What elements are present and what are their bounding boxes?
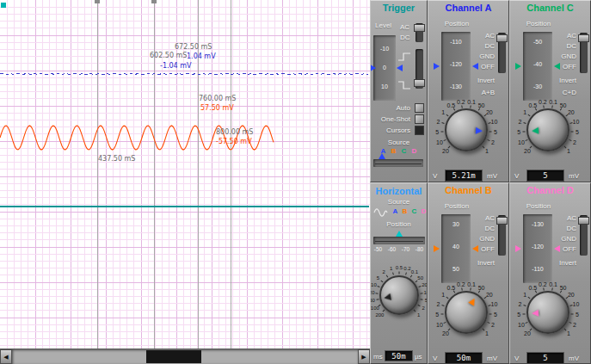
- knob-face[interactable]: [445, 291, 488, 334]
- svg-text:1.04 mV: 1.04 mV: [187, 52, 216, 60]
- position-thumb-left-arrow[interactable]: [515, 63, 521, 70]
- invert-label: Invert: [551, 259, 576, 267]
- unit-right-label: mV: [487, 355, 497, 362]
- volts-per-div-knob[interactable]: 20105210.50.20.1502010521: [510, 278, 591, 349]
- switch-thumb[interactable]: [578, 217, 589, 225]
- unit-left-label: ms: [373, 353, 383, 361]
- knob-tick: [443, 139, 446, 140]
- knob-tick: [482, 145, 484, 148]
- knob-tick: [405, 273, 407, 275]
- unit-left-label: V: [433, 172, 437, 180]
- knob-scale-label: 0.5: [529, 102, 538, 108]
- knob-tick: [461, 105, 463, 108]
- scale-readout: 5: [526, 352, 564, 364]
- knob-pointer: [476, 127, 483, 135]
- panel-title: Channel C: [510, 3, 590, 13]
- knob-tick: [570, 131, 573, 132]
- position-thumb-left-arrow[interactable]: [434, 63, 440, 70]
- coupling-gnd-label: GND: [470, 235, 495, 243]
- coupling-dc-label: DC: [400, 34, 410, 41]
- scrollbar-thumb[interactable]: [146, 350, 201, 363]
- position-thumb-left-arrow[interactable]: [434, 245, 440, 252]
- source-channel-c: C: [410, 207, 418, 215]
- source-channel-d: D: [410, 147, 418, 155]
- scope-plot[interactable]: 672.50 mS602.50 mS1.04 mV-1.04 mV760.00 …: [0, 0, 370, 349]
- coupling-off-label: OFF: [470, 63, 495, 71]
- coupling-dc-label: DC: [470, 42, 495, 50]
- scroll-right-button[interactable]: ▶: [358, 349, 370, 364]
- knob-pointer: [532, 310, 539, 318]
- knob-pointer: [384, 293, 391, 301]
- source-channel-b: B: [401, 207, 409, 215]
- trigger-edge-switch[interactable]: [416, 49, 423, 89]
- coupling-switch[interactable]: [580, 215, 588, 256]
- unit-left-label: V: [514, 172, 519, 180]
- knob-tick: [470, 287, 471, 290]
- trigger-level-slider[interactable]: -10 0 10: [373, 35, 396, 101]
- cursors-label: Cursors: [374, 126, 410, 134]
- position-thumb-left-arrow[interactable]: [515, 245, 521, 252]
- switch-thumb[interactable]: [414, 24, 425, 32]
- time-per-div-knob[interactable]: 2001005020105210.50.20.1502010521: [371, 256, 428, 347]
- source-channel-c: C: [400, 147, 408, 155]
- position-slider[interactable]: -50 -40 -30: [523, 32, 552, 101]
- auto-button[interactable]: [415, 103, 424, 113]
- switch-thumb[interactable]: [414, 79, 425, 87]
- switch-thumb[interactable]: [496, 34, 508, 42]
- coupling-off-label: OFF: [551, 63, 576, 71]
- knob-scale-label: 5: [494, 129, 497, 135]
- knob-tick: [570, 313, 573, 314]
- knob-scale-label: 20: [568, 292, 575, 298]
- panel-title: Horizontal: [371, 186, 427, 196]
- knob-pointer: [532, 127, 539, 135]
- source-thumb-arrow[interactable]: [379, 153, 385, 159]
- level-thumb-left-arrow[interactable]: [370, 65, 376, 71]
- position-label: Position: [428, 202, 485, 210]
- knob-tick: [452, 290, 454, 293]
- switch-thumb[interactable]: [496, 217, 508, 225]
- svg-text:-1.04 mV: -1.04 mV: [160, 62, 192, 70]
- svg-text:672.50 mS: 672.50 mS: [175, 43, 212, 51]
- knob-scale-label: 1: [441, 292, 445, 298]
- knob-tick: [489, 313, 491, 314]
- coupling-switch[interactable]: [580, 33, 588, 73]
- knob-tick: [420, 293, 422, 293]
- knob-scale-label: 20: [442, 330, 449, 336]
- panel-title: Channel A: [428, 3, 508, 13]
- coupling-switch[interactable]: [498, 33, 506, 73]
- coupling-switch[interactable]: [498, 215, 506, 256]
- trigger-coupling-switch[interactable]: [416, 23, 423, 42]
- knob-tick: [385, 275, 387, 278]
- coupling-dc-label: DC: [551, 225, 576, 232]
- coupling-off-label: OFF: [551, 245, 576, 253]
- trigger-source-slider[interactable]: [373, 159, 423, 167]
- knob-scale-label: 20: [568, 109, 575, 115]
- position-thumb-arrow[interactable]: [396, 231, 403, 237]
- level-thumb-right-arrow[interactable]: [397, 65, 403, 71]
- horizontal-position-slider[interactable]: [373, 237, 425, 244]
- volts-per-div-knob[interactable]: 20105210.50.20.1502010521: [428, 278, 509, 349]
- volts-per-div-knob[interactable]: 20105210.50.20.1502010521: [510, 96, 591, 166]
- knob-scale-label: 0.5: [447, 284, 456, 290]
- knob-scale-label: 2: [422, 305, 425, 311]
- scrollbar-track[interactable]: [12, 349, 358, 364]
- volts-per-div-knob[interactable]: 20105210.50.20.1502010521: [428, 96, 509, 166]
- panel-title: Channel D: [510, 185, 590, 195]
- auto-label: Auto: [374, 104, 410, 112]
- knob-tick: [410, 275, 412, 278]
- one-shot-button[interactable]: [415, 114, 424, 124]
- cursors-button[interactable]: [415, 126, 424, 135]
- position-slider[interactable]: -110 -120 -130: [441, 32, 471, 101]
- knob-scale-label: 20: [442, 148, 449, 154]
- knob-scale-label: 0.1: [467, 281, 476, 287]
- knob-scale-label: 2: [573, 139, 576, 145]
- knob-scale-label: 50: [478, 284, 485, 290]
- position-slider[interactable]: 30 40 50: [441, 214, 471, 283]
- knob-tick: [528, 114, 531, 116]
- knob-tick: [523, 313, 526, 314]
- time-scrollbar[interactable]: ◀ ▶: [0, 349, 370, 364]
- switch-thumb[interactable]: [578, 34, 589, 42]
- position-slider[interactable]: -130 -120 -110: [523, 214, 552, 283]
- scroll-left-button[interactable]: ◀: [0, 349, 12, 364]
- panel-title: Channel B: [428, 185, 508, 195]
